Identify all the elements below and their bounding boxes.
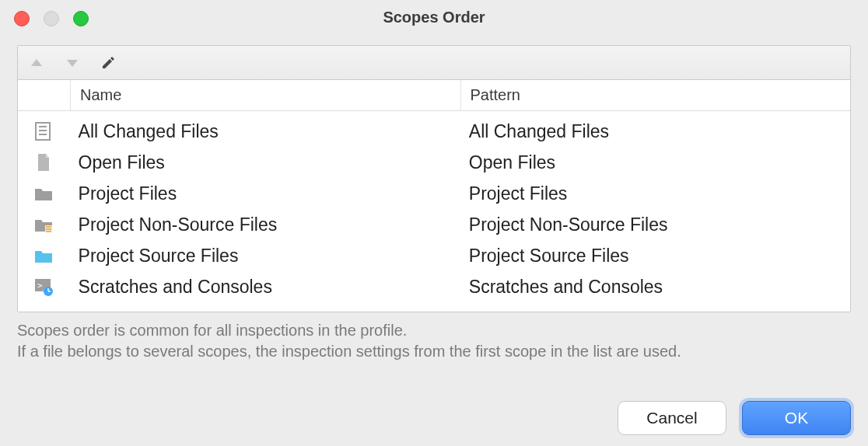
table-row[interactable]: Open Files Open Files [18,147,850,178]
header-pattern[interactable]: Pattern [460,80,851,110]
row-icon-cell: >_ [18,277,69,297]
move-down-button[interactable] [61,52,83,74]
table-row[interactable]: Project Source Files Project Source File… [18,240,850,271]
row-icon-cell [18,183,69,204]
svg-marker-1 [67,60,78,67]
row-pattern: Project Non-Source Files [460,214,850,235]
footer-line-2: If a file belongs to several scopes, the… [17,341,851,362]
table-body: All Changed Files All Changed Files Open… [18,111,850,312]
table-row[interactable]: All Changed Files All Changed Files [18,116,850,147]
titlebar: Scopes Order [0,0,868,34]
table-row[interactable]: Project Non-Source Files Project Non-Sou… [18,209,850,240]
folder-gray-icon [33,183,54,204]
dialog-buttons: Cancel OK [618,401,851,435]
table-row[interactable]: Project Files Project Files [18,178,850,209]
row-name: Project Non-Source Files [69,214,460,235]
footer-text: Scopes order is common for all inspectio… [17,320,851,362]
header-name[interactable]: Name [70,80,460,110]
window-close-button[interactable] [14,11,30,26]
triangle-up-icon [29,55,44,71]
header-icon-col [18,80,70,110]
document-list-icon [33,121,54,141]
folder-blue-icon [33,246,54,266]
scopes-order-dialog: Scopes Order Name Pattern [0,0,868,446]
file-icon [33,152,54,172]
folder-nonsource-icon [33,214,54,235]
footer-line-1: Scopes order is common for all inspectio… [17,320,851,341]
svg-marker-0 [31,59,42,66]
row-pattern: Project Files [460,183,850,204]
row-name: Project Files [69,183,460,204]
table-header: Name Pattern [18,80,850,111]
row-icon-cell [18,121,69,141]
console-clock-icon: >_ [33,277,54,297]
pencil-icon [100,55,116,71]
row-pattern: Open Files [460,152,850,173]
ok-button[interactable]: OK [742,401,851,435]
cancel-button[interactable]: Cancel [618,401,726,435]
toolbar [18,46,850,80]
window-zoom-button[interactable] [73,11,89,26]
row-name: Project Source Files [69,246,460,267]
row-name: Scratches and Consoles [69,277,460,298]
table-row[interactable]: >_ Scratches and Consoles Scratches and … [18,271,850,302]
scopes-panel: Name Pattern All Changed Files All Chang… [17,45,851,312]
row-name: Open Files [69,152,460,173]
row-pattern: Scratches and Consoles [460,277,850,298]
row-name: All Changed Files [69,121,460,142]
window-controls [14,11,89,26]
move-up-button[interactable] [26,52,47,74]
edit-button[interactable] [97,52,119,74]
row-icon-cell [18,152,69,172]
row-icon-cell [18,246,69,266]
row-icon-cell [18,214,69,235]
window-minimize-button[interactable] [44,11,59,26]
row-pattern: Project Source Files [460,246,850,267]
dialog-title: Scopes Order [0,0,868,34]
triangle-down-icon [65,55,80,71]
row-pattern: All Changed Files [460,121,850,142]
